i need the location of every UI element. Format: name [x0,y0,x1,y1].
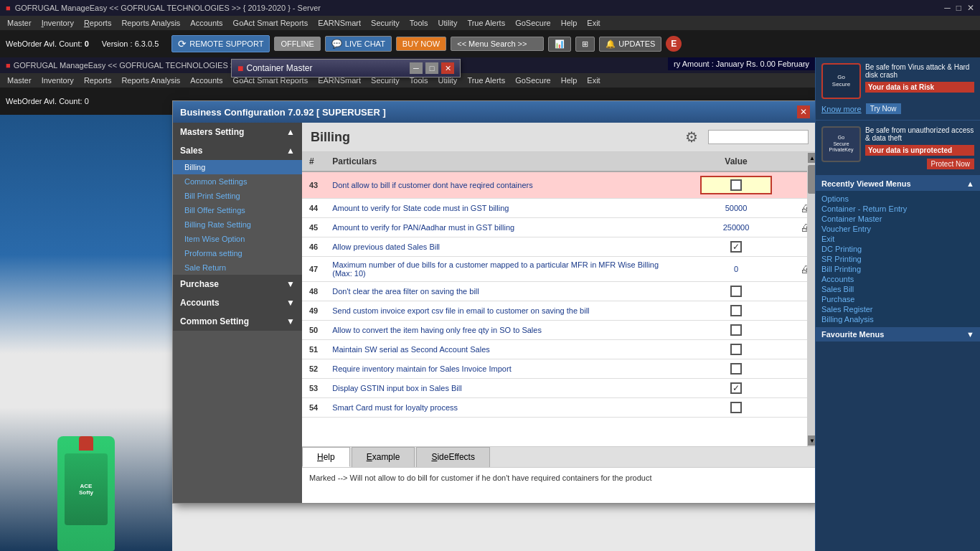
recently-viewed-list: Options Container - Return Entry Contain… [816,191,980,327]
row-48-checkbox[interactable] [730,286,742,297]
menu-security[interactable]: Security [367,17,404,29]
sidebar-common-settings[interactable]: Common Settings [173,174,302,189]
row-51-checkbox[interactable] [730,344,742,355]
recently-viewed-section: Recently Viewed Menus ▲ Options Containe… [816,176,980,327]
rv-purchase[interactable]: Purchase [821,294,974,304]
rv-sales-bill[interactable]: Sales Bill [821,284,974,294]
rv-voucher-entry[interactable]: Voucher Entry [821,224,974,234]
row-43-text: Dont allow to bill if customer dont have… [325,171,682,199]
common-setting-header[interactable]: Common Setting ▼ [173,312,302,331]
row-43-checkbox[interactable] [730,179,742,191]
bg-menu-reports[interactable]: Reports [80,75,116,86]
rv-options[interactable]: Options [821,194,974,204]
tab-sideeffects[interactable]: SideEffects [416,447,490,467]
bg-menu-exit[interactable]: Exit [583,75,604,86]
bg-menu-reports-analysis[interactable]: Reports Analysis [117,75,184,86]
right-panel: GoSecure Be safe from Virus attack & Har… [815,57,980,551]
tab-help[interactable]: Help [302,447,350,467]
live-chat-btn[interactable]: 💬 LIVE CHAT [325,36,392,52]
menu-utility[interactable]: Utility [434,17,462,29]
chart-btn[interactable]: 📊 [548,37,571,52]
bg-menu-inventory[interactable]: Inventory [37,75,78,86]
menu-help[interactable]: Help [557,17,582,29]
menu-earnsmart[interactable]: EARNSmart [314,17,365,29]
buy-now-btn[interactable]: BUY NOW [396,37,446,51]
data-unprotected-badge: Your data is unprotected [865,145,974,156]
billing-header: Billing ⚙ [302,123,817,152]
app-title: GOFRUGAL ManageEasy << GOFRUGAL TECHNOLO… [15,4,321,12]
menu-accounts[interactable]: Accounts [186,17,227,29]
rv-container-master[interactable]: Container Master [821,214,974,224]
sidebar-billing[interactable]: Billing [173,160,302,174]
protect-now-btn[interactable]: Protect Now [927,159,974,169]
menu-reports[interactable]: Reports [80,17,116,29]
rv-container-return[interactable]: Container - Return Entry [821,204,974,214]
sidebar-bill-print-setting[interactable]: Bill Print Setting [173,189,302,203]
menu-exit[interactable]: Exit [583,17,604,29]
sidebar-item-wise-option[interactable]: Item Wise Option [173,232,302,246]
grid-btn[interactable]: ⊞ [575,37,595,52]
row-49-checkbox[interactable] [730,305,742,316]
rv-bill-printing[interactable]: Bill Printing [821,264,974,274]
masters-setting-header[interactable]: Masters Setting ▲ [173,123,302,141]
sidebar-proforma-setting[interactable]: Proforma setting [173,246,302,260]
bg-menu-master[interactable]: Master [3,75,36,86]
sidebar-sale-return[interactable]: Sale Return [173,260,302,275]
dialog-close-btn[interactable]: ✕ [797,105,810,118]
rv-accounts[interactable]: Accounts [821,274,974,284]
gosecure-text: Be safe from Virus attack & Hard disk cr… [865,63,974,79]
sales-header[interactable]: Sales ▲ [173,141,302,160]
bottom-tabs: Help Example SideEffects Marked --> Will… [302,446,817,503]
menu-true-alerts[interactable]: True Alerts [463,17,509,29]
e-button[interactable]: E [666,36,682,52]
rv-exit[interactable]: Exit [821,234,974,244]
row-53-checkbox[interactable] [730,382,742,394]
row-43-num: 43 [302,171,325,199]
rv-dc-printing[interactable]: DC Printing [821,244,974,254]
menu-master[interactable]: Master [3,17,36,29]
rv-billing-analysis[interactable]: Billing Analysis [821,314,974,324]
accounts-header[interactable]: Accounts ▼ [173,293,302,312]
close-btn[interactable]: ✕ [967,3,974,13]
sidebar-bill-offer-settings[interactable]: Bill Offer Settings [173,203,302,217]
menu-tools[interactable]: Tools [405,17,433,29]
container-master-restore[interactable]: □ [425,62,438,74]
tab-example[interactable]: Example [352,447,415,467]
row-46-checkbox[interactable] [730,241,742,253]
menu-search-btn[interactable]: << Menu Search >> [451,37,544,51]
try-now-btn[interactable]: Try Now [866,103,901,114]
container-master-close[interactable]: ✕ [441,62,454,74]
minimize-btn[interactable]: ─ [944,3,951,13]
row-54-checkbox[interactable] [730,402,742,413]
search-input[interactable] [708,130,809,144]
menu-reports-analysis[interactable]: Reports Analysis [117,17,184,29]
sidebar-billing-rate-setting[interactable]: Billing Rate Setting [173,217,302,232]
maximize-btn[interactable]: □ [956,3,961,13]
know-more-link[interactable]: Know more [821,105,862,113]
menu-inventory[interactable]: Inventory [37,17,78,29]
tab-content: Marked --> Will not allow to do bill for… [302,467,817,503]
dialog-title: Business Configuration 7.0.92 [ SUPERUSE… [180,107,386,118]
remote-support-btn[interactable]: ⟳ REMOTE SUPPORT [171,35,270,52]
sales-section: Sales ▲ Billing Common Settings Bill Pri… [173,141,302,275]
rv-sr-printing[interactable]: SR Printing [821,254,974,264]
col-particulars: Particulars [325,152,682,171]
menu-goact[interactable]: GoAct Smart Reports [229,17,313,29]
offline-btn[interactable]: OFFLINE [274,37,320,51]
gear-icon[interactable]: ⚙ [685,128,698,146]
dialog-content: Masters Setting ▲ Sales ▲ Billing Common… [173,123,817,503]
billing-title: Billing [311,130,350,145]
purchase-header[interactable]: Purchase ▼ [173,275,302,293]
settings-table: # Particulars Value 43 Dont allow to bil… [302,152,817,418]
bg-menu-truealerts[interactable]: True Alerts [463,75,509,86]
bg-menu-help[interactable]: Help [557,75,582,86]
bg-menu-gosecure[interactable]: GoSecure [511,75,555,86]
business-config-dialog: Business Configuration 7.0.92 [ SUPERUSE… [172,100,818,504]
menu-gosecure[interactable]: GoSecure [511,17,555,29]
rv-sales-register[interactable]: Sales Register [821,304,974,314]
row-52-checkbox[interactable] [730,363,742,375]
row-50-checkbox[interactable] [730,324,742,336]
bg-menu-accounts[interactable]: Accounts [186,75,227,86]
container-master-minimize[interactable]: ─ [410,62,423,74]
updates-btn[interactable]: 🔔 UPDATES [599,37,661,52]
